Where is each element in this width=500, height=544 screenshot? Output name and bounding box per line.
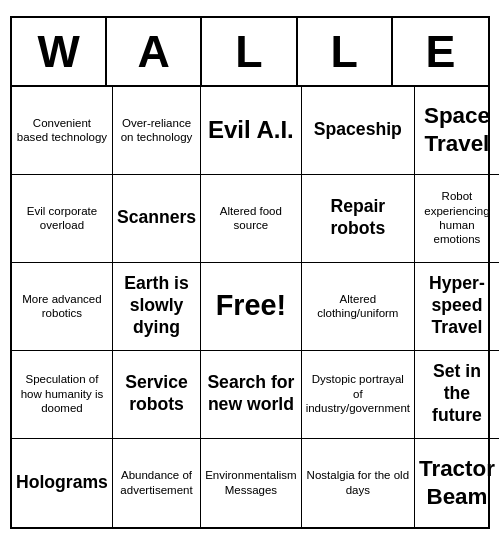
bingo-cell-24: Tractor Beam <box>415 439 499 527</box>
bingo-letter-l: L <box>298 18 393 85</box>
bingo-cell-3: Spaceship <box>302 87 415 175</box>
bingo-cell-6: Scanners <box>113 175 201 263</box>
bingo-cell-0: Convenient based technology <box>12 87 113 175</box>
bingo-cell-23: Nostalgia for the old days <box>302 439 415 527</box>
bingo-cell-17: Search for new world <box>201 351 302 439</box>
bingo-cell-8: Repair robots <box>302 175 415 263</box>
bingo-cell-11: Earth is slowly dying <box>113 263 201 351</box>
bingo-cell-2: Evil A.I. <box>201 87 302 175</box>
bingo-cell-5: Evil corporate overload <box>12 175 113 263</box>
bingo-letter-a: A <box>107 18 202 85</box>
bingo-cell-10: More advanced robotics <box>12 263 113 351</box>
bingo-cell-21: Abundance of advertisement <box>113 439 201 527</box>
bingo-cell-18: Dystopic portrayal of industry/governmen… <box>302 351 415 439</box>
bingo-cell-16: Service robots <box>113 351 201 439</box>
bingo-cell-1: Over-reliance on technology <box>113 87 201 175</box>
bingo-cell-22: Environmentalism Messages <box>201 439 302 527</box>
bingo-cell-4: Space Travel <box>415 87 499 175</box>
bingo-cell-20: Holograms <box>12 439 113 527</box>
bingo-cell-12: Free! <box>201 263 302 351</box>
bingo-cell-13: Altered clothing/uniform <box>302 263 415 351</box>
bingo-cell-7: Altered food source <box>201 175 302 263</box>
bingo-header: WALLE <box>12 18 488 87</box>
bingo-cell-14: Hyper-speed Travel <box>415 263 499 351</box>
bingo-letter-l: L <box>202 18 297 85</box>
bingo-grid: Convenient based technologyOver-reliance… <box>12 87 488 527</box>
bingo-cell-15: Speculation of how humanity is doomed <box>12 351 113 439</box>
bingo-cell-9: Robot experiencing human emotions <box>415 175 499 263</box>
bingo-card: WALLE Convenient based technologyOver-re… <box>10 16 490 529</box>
bingo-cell-19: Set in the future <box>415 351 499 439</box>
bingo-letter-e: E <box>393 18 488 85</box>
bingo-letter-w: W <box>12 18 107 85</box>
